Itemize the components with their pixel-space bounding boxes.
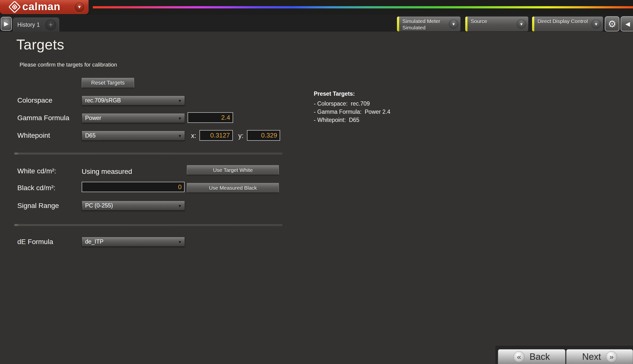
meter-dropdown[interactable]: Simulated Meter Simulated ▼ (397, 16, 460, 32)
meter-dropdown-arrow-icon[interactable]: ▼ (449, 19, 458, 29)
page-subtitle: Please confirm the targets for calibrati… (20, 62, 117, 68)
whitepoint-y-label: y: (238, 132, 244, 140)
use-target-white-button[interactable]: Use Target White (187, 165, 279, 175)
meter-line2: Simulated (402, 24, 440, 31)
source-dropdown[interactable]: Source ▼ (465, 16, 528, 32)
gamma-dropdown-arrow-icon: ▼ (178, 116, 182, 120)
whitepoint-x-label: x: (191, 132, 196, 140)
page-title: Targets (16, 36, 64, 53)
wizard-footer: « Back Next » (495, 346, 633, 364)
add-tab-button[interactable]: + (45, 19, 57, 30)
de-formula-dropdown-arrow-icon: ▼ (178, 240, 182, 244)
preset-gamma-line: - Gamma Formula: Power 2.4 (314, 108, 390, 116)
calman-logo[interactable]: calman ▼ (0, 0, 89, 14)
brand-menu-caret-icon[interactable]: ▼ (74, 2, 85, 12)
direct-display-control-dropdown[interactable]: Direct Display Control ▼ (532, 16, 603, 32)
preset-targets-panel: Preset Targets: - Colorspace: rec.709 - … (314, 90, 390, 124)
whitepoint-y-input[interactable] (247, 130, 280, 141)
tab-history-1[interactable]: History 1 + (13, 18, 59, 32)
calman-diamond-icon (9, 1, 21, 13)
gamma-value-input[interactable] (188, 112, 233, 123)
meter-dropdown-text: Simulated Meter Simulated (402, 18, 440, 31)
ddc-dropdown-arrow-icon[interactable]: ▼ (591, 19, 601, 29)
gamma-formula-value: Power (85, 115, 101, 122)
brand-wordmark: calman (22, 0, 60, 12)
workflow-expand-button[interactable]: ▶ (1, 17, 12, 31)
gear-icon: ⚙ (608, 18, 616, 30)
collapse-panel-button[interactable]: ◀ (621, 16, 633, 32)
next-button-label: Next (582, 352, 601, 362)
reset-targets-button[interactable]: Reset Targets (82, 78, 134, 88)
play-icon: ▶ (4, 20, 9, 27)
source-line1: Source (471, 18, 487, 24)
back-chevron-icon: « (513, 351, 525, 362)
meter-status-stripe (397, 16, 399, 32)
source-status-stripe (465, 16, 467, 32)
colorspace-label: Colorspace (17, 96, 53, 104)
whitepoint-dropdown[interactable]: D65 ▼ (82, 131, 185, 140)
preset-whitepoint-line: - Whitepoint: D65 (314, 116, 390, 124)
de-formula-dropdown[interactable]: de_ITP ▼ (82, 237, 185, 246)
tab-divider (43, 18, 43, 32)
back-button-label: Back (529, 352, 550, 362)
gamma-formula-label: Gamma Formula (17, 114, 69, 122)
ddc-dropdown-text: Direct Display Control (537, 18, 588, 24)
rainbow-spectrum-bar (93, 6, 633, 8)
colorspace-value: rec.709/sRGB (85, 97, 121, 104)
tab-label: History 1 (13, 22, 43, 28)
ddc-status-stripe (532, 16, 534, 32)
whitepoint-dropdown-arrow-icon: ▼ (178, 134, 182, 138)
ddc-line1: Direct Display Control (537, 18, 588, 24)
next-chevron-icon: » (606, 351, 617, 362)
preset-targets-title: Preset Targets: (314, 90, 390, 97)
back-button[interactable]: « Back (498, 349, 565, 364)
signal-range-dropdown-arrow-icon: ▼ (178, 204, 182, 208)
settings-button[interactable]: ⚙ (605, 16, 619, 32)
black-cdm2-input[interactable] (82, 182, 185, 192)
section-divider (14, 224, 282, 226)
next-button[interactable]: Next » (566, 349, 633, 364)
main-content: Targets Please confirm the targets for c… (0, 32, 633, 364)
signal-range-value: PC (0-255) (85, 202, 113, 209)
signal-range-dropdown[interactable]: PC (0-255) ▼ (82, 201, 185, 210)
arrow-left-icon: ◀ (625, 20, 630, 28)
source-dropdown-arrow-icon[interactable]: ▼ (516, 19, 526, 29)
colorspace-dropdown-arrow-icon: ▼ (178, 98, 182, 102)
black-cdm2-label: Black cd/m²: (17, 184, 56, 192)
preset-colorspace-line: - Colorspace: rec.709 (314, 100, 390, 108)
section-divider (14, 152, 282, 154)
meter-line1: Simulated Meter (402, 18, 440, 24)
use-measured-black-button[interactable]: Use Measured Black (187, 183, 279, 193)
de-formula-value: de_ITP (85, 238, 104, 245)
white-cdm2-status: Using measured (82, 168, 132, 176)
source-dropdown-text: Source (471, 18, 487, 24)
top-bar: calman ▼ (0, 0, 633, 14)
tab-toolbar-row: ▶ History 1 + Simulated Meter Simulated … (0, 14, 633, 32)
whitepoint-label: Whitepoint (17, 132, 50, 140)
signal-range-label: Signal Range (17, 202, 59, 210)
white-cdm2-label: White cd/m²: (17, 167, 56, 175)
whitepoint-value: D65 (85, 132, 96, 139)
whitepoint-x-input[interactable] (199, 130, 233, 141)
de-formula-label: dE Formula (17, 238, 53, 246)
gamma-formula-dropdown[interactable]: Power ▼ (82, 113, 185, 123)
colorspace-dropdown[interactable]: rec.709/sRGB ▼ (82, 96, 185, 105)
